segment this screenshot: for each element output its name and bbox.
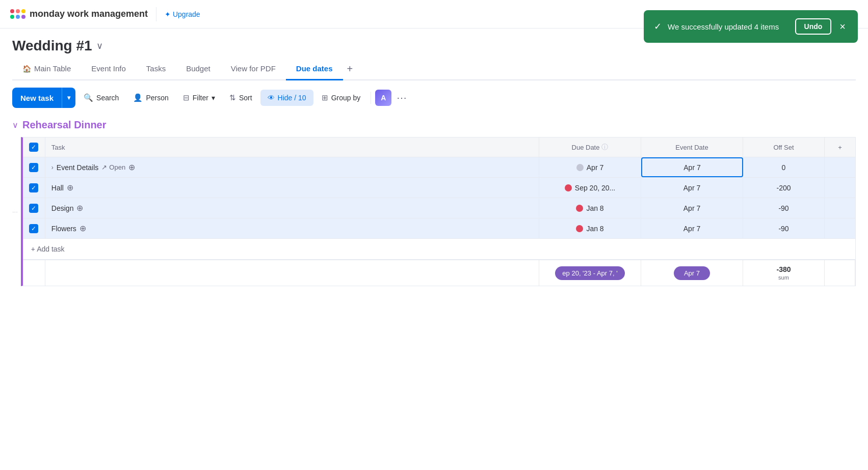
logo-dot-5 <box>16 15 20 19</box>
tab-main-table-label: Main Table <box>34 64 71 73</box>
logo-text: monday work management <box>30 9 148 19</box>
row-1-task-name: Event Details <box>57 163 98 172</box>
row-4-checkbox-cell: ✓ <box>23 218 45 238</box>
table-row: ✓ Design ⊕ Jan 8 Apr 7 -90 <box>23 198 855 218</box>
table-header: ✓ Task Due Date ⓘ Event Date Off Set + <box>23 137 855 157</box>
row-1-offset: 0 <box>782 163 786 172</box>
footer-col-2 <box>45 260 539 286</box>
col-task-label: Task <box>51 144 65 151</box>
row-1-checkbox[interactable]: ✓ <box>29 163 38 172</box>
row-1-open-button[interactable]: ↗ Open <box>101 163 125 171</box>
row-4-status-dot <box>576 225 583 232</box>
search-button[interactable]: 🔍 Search <box>77 89 125 106</box>
hide-button[interactable]: 👁 Hide / 10 <box>260 90 313 106</box>
tab-main-table[interactable]: 🏠 Main Table <box>12 58 81 80</box>
left-handle[interactable]: ··· <box>12 137 21 286</box>
group-by-icon: ⊞ <box>322 93 328 102</box>
row-1-status-dot <box>576 164 584 171</box>
row-1-expand-icon[interactable]: › <box>51 164 54 171</box>
row-3-event-date: Apr 7 <box>683 204 700 212</box>
hide-icon: 👁 <box>268 94 275 102</box>
row-4-due-date[interactable]: Jan 8 <box>586 225 603 233</box>
row-2-due-date[interactable]: Sep 20, 20... <box>575 184 615 192</box>
comment-icon: ⊕ <box>76 204 83 212</box>
row-1-comment-button[interactable]: ⊕ <box>128 162 135 172</box>
row-3-status-dot <box>576 205 583 212</box>
sort-icon: ⇅ <box>229 93 236 102</box>
row-2-event-date-cell[interactable]: Apr 7 <box>641 178 743 198</box>
col-header-add[interactable]: + <box>825 137 855 157</box>
new-task-button[interactable]: New task ▾ <box>12 88 75 108</box>
footer-sum-label: sum <box>778 274 789 281</box>
logo-dot-1 <box>10 9 14 13</box>
toast-notification: ✓ We successfully updated 4 items Undo × <box>644 10 858 43</box>
logo-dot-3 <box>21 9 25 13</box>
main-content: Wedding #1 ∨ 🏠 Main Table Event Info Tas… <box>0 29 868 470</box>
new-task-label: New task <box>12 88 62 108</box>
footer-event-date-col: Apr 7 <box>641 260 743 286</box>
row-2-checkbox[interactable]: ✓ <box>29 183 38 192</box>
row-2-due-date-cell: Sep 20, 20... <box>539 178 641 198</box>
col-header-event-date: Event Date <box>641 137 743 157</box>
comment-icon: ⊕ <box>67 183 73 192</box>
row-1-due-date[interactable]: Apr 7 <box>587 163 603 172</box>
row-3-comment-button[interactable]: ⊕ <box>76 203 83 213</box>
logo-dot-2 <box>16 9 20 13</box>
row-3-task-name: Design <box>51 204 74 212</box>
title-dropdown-icon[interactable]: ∨ <box>96 40 103 51</box>
row-4-event-date-cell[interactable]: Apr 7 <box>641 218 743 238</box>
filter-label: Filter <box>193 94 208 102</box>
row-4-due-date-cell: Jan 8 <box>539 218 641 238</box>
tab-add-button[interactable]: + <box>343 59 357 79</box>
col-offset-label: Off Set <box>773 144 794 151</box>
row-4-checkbox[interactable]: ✓ <box>29 224 38 233</box>
row-3-due-date-cell: Jan 8 <box>539 198 641 218</box>
tab-budget[interactable]: Budget <box>176 58 221 80</box>
row-3-due-date[interactable]: Jan 8 <box>586 204 603 212</box>
section-toggle-icon[interactable]: ∨ <box>12 120 18 130</box>
footer-col-1 <box>23 260 45 286</box>
row-3-checkbox[interactable]: ✓ <box>29 204 38 213</box>
topbar-separator <box>156 7 156 21</box>
row-2-extra-cell <box>825 178 855 198</box>
table-row: ✓ › Event Details ↗ Open ⊕ Apr 7 <box>23 157 855 178</box>
col-event-date-label: Event Date <box>675 144 708 151</box>
new-task-dropdown-arrow[interactable]: ▾ <box>62 88 75 108</box>
row-4-comment-button[interactable]: ⊕ <box>80 224 86 233</box>
comment-icon: ⊕ <box>128 163 135 172</box>
row-1-task-cell: › Event Details ↗ Open ⊕ <box>45 157 539 177</box>
row-2-offset-cell: -200 <box>743 178 825 198</box>
row-2-event-date: Apr 7 <box>683 184 700 192</box>
sort-button[interactable]: ⇅ Sort <box>223 89 258 106</box>
person-button[interactable]: 👤 Person <box>127 89 174 106</box>
tab-event-info[interactable]: Event Info <box>81 58 136 80</box>
toast-close-button[interactable]: × <box>837 21 848 33</box>
monday-ai-icon: A <box>381 94 386 102</box>
tab-view-for-pdf[interactable]: View for PDF <box>221 58 286 80</box>
row-1-event-date-cell[interactable]: Apr 7 <box>641 157 743 177</box>
row-2-comment-button[interactable]: ⊕ <box>67 183 73 192</box>
sort-label: Sort <box>239 94 252 102</box>
more-options-button[interactable]: ⋯ <box>393 90 410 106</box>
row-3-task-cell: Design ⊕ <box>45 198 539 218</box>
logo-dot-6 <box>21 15 25 19</box>
footer-due-date-col: ep 20, '23 - Apr 7, ' <box>539 260 641 286</box>
row-3-offset-cell: -90 <box>743 198 825 218</box>
row-3-offset: -90 <box>778 204 788 212</box>
row-3-checkbox-cell: ✓ <box>23 198 45 218</box>
col-due-date-label: Due Date <box>572 144 600 151</box>
row-2-checkbox-cell: ✓ <box>23 178 45 198</box>
monday-ai-button[interactable]: A <box>375 90 391 106</box>
more-options-icon: ⋯ <box>397 92 407 104</box>
tab-tasks[interactable]: Tasks <box>136 58 176 80</box>
tab-due-dates[interactable]: Due dates <box>286 58 343 80</box>
filter-button[interactable]: ⊟ Filter ▾ <box>177 89 221 106</box>
upgrade-button[interactable]: ✦ Upgrade <box>165 10 200 18</box>
row-3-event-date-cell[interactable]: Apr 7 <box>641 198 743 218</box>
toast-undo-button[interactable]: Undo <box>795 18 832 35</box>
header-checkbox[interactable]: ✓ <box>29 143 38 152</box>
person-icon: 👤 <box>133 93 143 102</box>
row-2-task-name: Hall <box>51 184 64 192</box>
group-by-button[interactable]: ⊞ Group by <box>315 89 367 106</box>
add-task-row[interactable]: + Add task <box>23 239 855 259</box>
